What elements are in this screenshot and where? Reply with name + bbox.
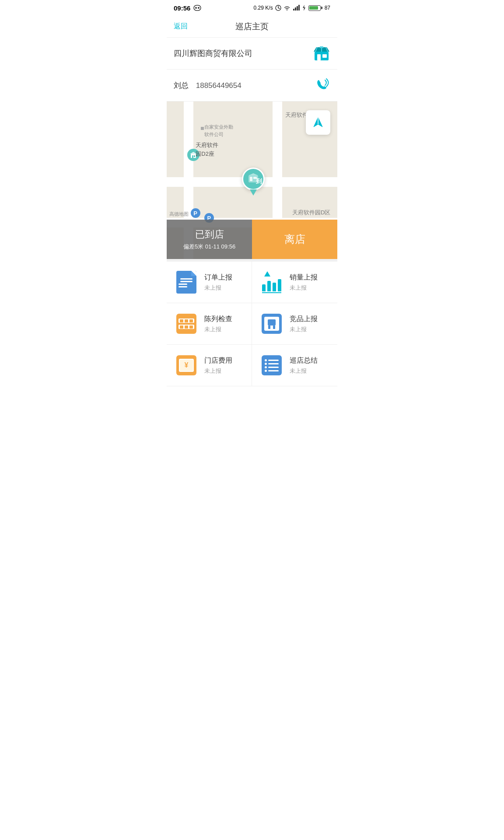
svg-rect-12	[322, 54, 327, 58]
loop-icon	[193, 5, 202, 11]
svg-rect-6	[295, 7, 296, 10]
map-watermark: 高德地图	[169, 211, 189, 217]
battery-indicator	[308, 5, 322, 11]
company-name: 四川辉图商贸有限公司	[174, 48, 252, 59]
status-right: 0.29 K/s 87	[254, 5, 330, 11]
svg-point-1	[198, 7, 200, 9]
function-item-competitor[interactable]: 竞品上报 未上报	[252, 303, 337, 345]
function-status-expense: 未上报	[204, 367, 232, 375]
icon-wrap-competitor	[261, 313, 283, 335]
park-building-label: 天府软件园D2座	[196, 141, 218, 158]
arrived-button[interactable]: 已到店 偏差5米 01-11 09:56	[167, 220, 252, 259]
function-text-competitor: 竞品上报 未上报	[290, 315, 318, 333]
function-title-competitor: 竞品上报	[290, 315, 318, 324]
map-bottom-actions: 已到店 偏差5米 01-11 09:56 离店	[167, 220, 337, 259]
store-icon	[313, 46, 330, 61]
nav-bar: 返回 巡店主页	[167, 16, 337, 38]
marker-label: 到	[242, 168, 265, 190]
function-text-expense: 门店费用 未上报	[204, 356, 232, 375]
network-speed: 0.29 K/s	[254, 5, 273, 11]
order-icon	[176, 271, 196, 294]
function-grid: 订单上报 未上报 销量上报 未上报 陈列检查 未上报	[167, 259, 337, 386]
icon-wrap-sales	[261, 271, 283, 293]
svg-rect-8	[298, 5, 300, 10]
function-text-display: 陈列检查 未上报	[204, 315, 232, 333]
function-item-order[interactable]: 订单上报 未上报	[167, 262, 252, 303]
function-title-display: 陈列检查	[204, 315, 232, 324]
function-status-sales: 未上报	[290, 284, 318, 292]
function-status-display: 未上报	[204, 326, 232, 333]
function-text-sales: 销量上报 未上报	[290, 273, 318, 292]
function-text-order: 订单上报 未上报	[204, 273, 232, 292]
signal-icon	[293, 5, 300, 11]
navigate-button[interactable]	[306, 110, 330, 135]
icon-wrap-display	[175, 313, 197, 335]
function-status-order: 未上报	[204, 284, 232, 292]
outside-label: 自家安业外勤软件公司	[204, 123, 233, 138]
function-item-summary[interactable]: 巡店总结 未上报	[252, 345, 337, 386]
svg-point-0	[195, 7, 197, 9]
contact-phone: 18856449654	[196, 81, 242, 90]
location-dot	[201, 127, 204, 130]
contact-info: 刘总 18856449654	[174, 80, 242, 91]
competitor-icon	[262, 314, 282, 334]
icon-wrap-order	[175, 271, 197, 293]
charging-icon	[302, 5, 306, 11]
svg-line-4	[278, 8, 280, 9]
back-button[interactable]: 返回	[174, 22, 188, 31]
icon-wrap-summary	[261, 354, 283, 376]
icon-wrap-expense: ¥	[175, 354, 197, 376]
svg-rect-19	[194, 155, 195, 157]
svg-rect-7	[297, 6, 298, 10]
function-status-competitor: 未上报	[290, 326, 318, 333]
function-text-summary: 巡店总结 未上报	[290, 356, 318, 375]
leave-label: 离店	[284, 232, 305, 246]
wifi-icon	[284, 5, 290, 11]
company-section: 四川辉图商贸有限公司	[167, 38, 337, 70]
expense-icon: ¥	[176, 355, 196, 375]
contact-name: 刘总	[174, 81, 189, 90]
parking-icon1: P	[191, 208, 200, 218]
park-label-bottom: 天府软件园D区	[292, 209, 330, 217]
arrived-label: 已到店	[195, 228, 224, 241]
status-left: 09:56	[174, 4, 202, 12]
page-title: 巡店主页	[235, 21, 269, 32]
contact-section: 刘总 18856449654	[167, 70, 337, 102]
summary-icon	[262, 355, 282, 375]
function-status-summary: 未上报	[290, 367, 318, 375]
svg-rect-18	[192, 155, 193, 158]
function-item-display[interactable]: 陈列检查 未上报	[167, 303, 252, 345]
sales-icon	[262, 271, 282, 293]
function-title-sales: 销量上报	[290, 273, 318, 282]
status-time: 09:56	[174, 4, 190, 12]
function-item-expense[interactable]: ¥ 门店费用 未上报	[167, 345, 252, 386]
marker-tail	[250, 189, 257, 196]
phone-icon[interactable]	[315, 77, 330, 93]
svg-rect-21	[250, 177, 252, 181]
svg-marker-9	[303, 5, 305, 11]
map-area: 天府软件园D区 天府软件园D区 自家安业外勤软件公司 P P 天府软件园D2座	[167, 102, 337, 259]
function-title-order: 订单上报	[204, 273, 232, 282]
map-marker: 到	[242, 168, 265, 196]
svg-rect-5	[293, 9, 294, 10]
clock-icon	[275, 5, 281, 11]
function-item-sales[interactable]: 销量上报 未上报	[252, 262, 337, 303]
battery-level: 87	[325, 5, 330, 11]
status-bar: 09:56 0.29 K/s	[167, 0, 337, 16]
display-icon	[176, 314, 196, 334]
leave-button[interactable]: 离店	[252, 220, 337, 259]
arrived-detail: 偏差5米 01-11 09:56	[183, 243, 235, 251]
function-title-expense: 门店费用	[204, 356, 232, 365]
function-title-summary: 巡店总结	[290, 356, 318, 365]
svg-rect-11	[317, 54, 321, 60]
